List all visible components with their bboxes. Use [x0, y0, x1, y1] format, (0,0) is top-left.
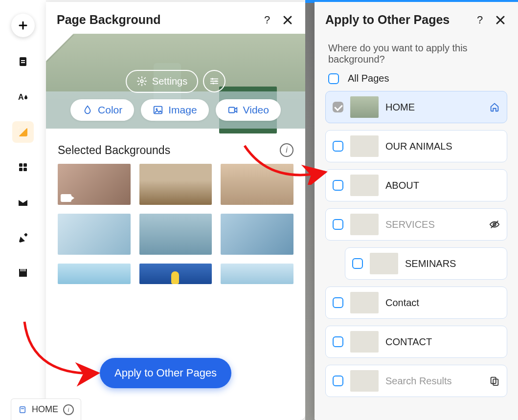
- close-icon: [494, 13, 507, 27]
- rail-item-background[interactable]: [12, 121, 34, 143]
- page-checkbox[interactable]: [333, 219, 343, 230]
- page-label: Search Results: [385, 376, 482, 387]
- page-checkbox[interactable]: [333, 141, 343, 152]
- svg-rect-7: [19, 168, 23, 171]
- background-grid: [46, 164, 305, 296]
- all-pages-row[interactable]: All Pages: [315, 71, 518, 91]
- page-row[interactable]: CONTACT: [325, 326, 507, 358]
- help-button[interactable]: ?: [260, 13, 274, 27]
- page-list: HOMEOUR ANIMALSABOUTSERVICESSEMINARSCont…: [315, 91, 518, 397]
- background-thumb[interactable]: [221, 164, 293, 205]
- page-checkbox[interactable]: [333, 180, 343, 191]
- rail-item-theme[interactable]: A: [12, 86, 34, 108]
- page-checkbox[interactable]: [333, 336, 343, 347]
- sliders-icon: [209, 76, 220, 87]
- svg-rect-6: [23, 163, 27, 167]
- page-tab-icon: [18, 405, 27, 414]
- background-thumb[interactable]: [58, 164, 131, 205]
- page-label: OUR ANIMALS: [385, 141, 500, 152]
- rail-item-mail[interactable]: [12, 192, 34, 213]
- background-thumb[interactable]: [139, 214, 212, 255]
- page-label: SEMINARS: [405, 258, 500, 269]
- rail-item-store[interactable]: [12, 262, 34, 284]
- background-thumb[interactable]: [221, 214, 293, 255]
- tab-image[interactable]: Image: [141, 99, 208, 121]
- settings-button[interactable]: Settings: [126, 70, 198, 93]
- background-thumb[interactable]: [58, 264, 131, 284]
- page-label: CONTACT: [385, 336, 500, 348]
- svg-point-15: [215, 80, 217, 82]
- page-background-title: Page Background: [57, 13, 253, 27]
- page-label: ABOUT: [385, 180, 500, 191]
- help-icon: ?: [264, 14, 270, 26]
- svg-rect-11: [23, 269, 23, 271]
- page-row[interactable]: Search Results: [325, 365, 507, 397]
- page-row[interactable]: SERVICES: [325, 208, 507, 241]
- rail-item-pages[interactable]: [12, 51, 34, 72]
- page-label: Contact: [385, 297, 500, 309]
- page-checkbox[interactable]: [352, 258, 363, 269]
- text-drop-icon: A: [17, 91, 29, 103]
- info-icon: i: [286, 146, 288, 155]
- page-label: SERVICES: [385, 219, 482, 230]
- rail-item-apps[interactable]: [12, 156, 34, 178]
- background-type-tabs: Color Image Video: [46, 91, 305, 129]
- page-tab-label: HOME: [32, 404, 58, 415]
- droplet-icon: [82, 105, 93, 115]
- background-thumb[interactable]: [139, 264, 212, 284]
- page-row[interactable]: HOME: [325, 91, 507, 123]
- page-thumb: [350, 292, 379, 313]
- all-pages-checkbox[interactable]: [328, 73, 339, 84]
- left-rail: A: [0, 0, 46, 420]
- apply-panel-title: Apply to Other Pages: [325, 13, 466, 27]
- svg-rect-10: [21, 269, 22, 271]
- gear-icon: [136, 76, 147, 87]
- tab-color[interactable]: Color: [70, 99, 134, 121]
- page-checkbox[interactable]: [333, 102, 343, 112]
- help-button[interactable]: ?: [473, 13, 487, 27]
- background-thumb[interactable]: [139, 164, 212, 205]
- info-button[interactable]: i: [280, 143, 293, 157]
- add-button[interactable]: [11, 14, 35, 37]
- page-checkbox[interactable]: [333, 297, 343, 308]
- page-tab-home[interactable]: HOME i: [11, 398, 81, 420]
- page-row[interactable]: Contact: [325, 287, 507, 319]
- background-icon: [17, 126, 29, 138]
- adjust-button[interactable]: [203, 70, 225, 92]
- close-button[interactable]: [494, 13, 507, 27]
- rail-item-blog[interactable]: [12, 227, 34, 248]
- svg-rect-8: [23, 168, 27, 171]
- apply-to-other-pages-button[interactable]: Apply to Other Pages: [100, 358, 231, 388]
- page-row[interactable]: OUR ANIMALS: [325, 130, 507, 162]
- mail-icon: [17, 197, 29, 208]
- all-pages-label: All Pages: [348, 73, 389, 84]
- help-icon: ?: [477, 14, 483, 26]
- svg-rect-5: [19, 163, 23, 167]
- page-thumb: [350, 135, 379, 157]
- background-thumb[interactable]: [58, 214, 131, 255]
- video-badge-icon: [61, 194, 71, 202]
- svg-rect-2: [21, 62, 25, 63]
- close-button[interactable]: [281, 13, 294, 27]
- svg-point-16: [212, 83, 214, 85]
- svg-text:A: A: [18, 93, 24, 101]
- close-icon: [281, 13, 294, 27]
- svg-point-14: [212, 78, 214, 80]
- svg-rect-23: [20, 407, 25, 413]
- page-label: HOME: [385, 102, 482, 113]
- background-thumb[interactable]: [221, 264, 293, 284]
- tab-video[interactable]: Video: [216, 99, 281, 121]
- page-thumb: [350, 214, 379, 235]
- page-row[interactable]: SEMINARS: [345, 247, 507, 280]
- page-thumb: [350, 96, 379, 118]
- page-checkbox[interactable]: [333, 376, 343, 386]
- selected-backgrounds-title: Selected Backgrounds: [58, 144, 280, 157]
- tab-image-label: Image: [168, 104, 197, 116]
- copy-hidden-icon: [489, 376, 500, 386]
- apply-prompt: Where do you want to apply this backgrou…: [315, 34, 518, 71]
- page-thumb: [350, 175, 379, 196]
- info-icon[interactable]: i: [63, 404, 74, 415]
- pen-icon: [17, 232, 29, 243]
- page-row[interactable]: ABOUT: [325, 169, 507, 201]
- page-background-panel: Page Background ? Settings Color: [46, 2, 305, 420]
